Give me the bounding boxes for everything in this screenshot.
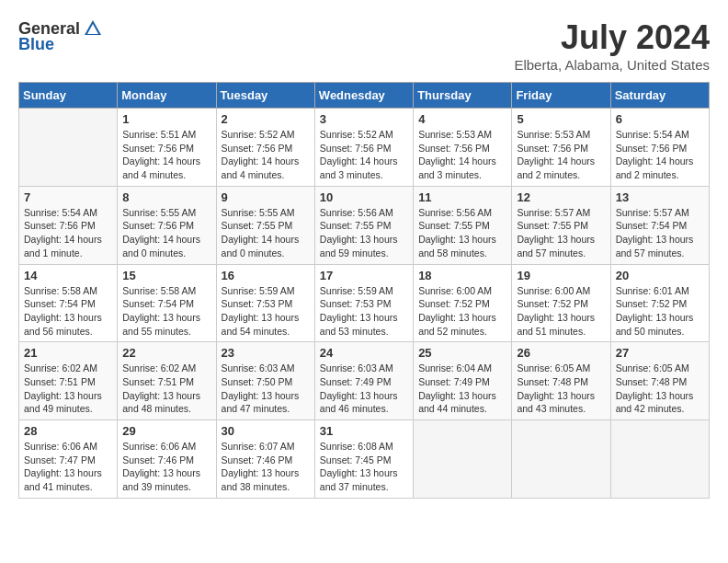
day-info-line: and 56 minutes. xyxy=(24,326,93,337)
day-info: Sunrise: 6:01 AMSunset: 7:52 PMDaylight:… xyxy=(616,284,704,339)
day-info-line: Daylight: 13 hours xyxy=(418,312,496,323)
day-info-line: and 4 minutes. xyxy=(222,169,285,180)
day-info-line: Daylight: 13 hours xyxy=(616,390,694,401)
day-info: Sunrise: 5:58 AMSunset: 7:54 PMDaylight:… xyxy=(24,284,112,339)
day-info-line: Sunset: 7:56 PM xyxy=(517,143,588,154)
day-info-line: Daylight: 13 hours xyxy=(320,390,398,401)
calendar-cell: 23Sunrise: 6:03 AMSunset: 7:50 PMDayligh… xyxy=(216,342,314,420)
day-info-line: and 47 minutes. xyxy=(222,403,290,414)
day-info-line: Sunrise: 5:52 AM xyxy=(320,129,393,140)
day-info-line: Sunrise: 6:04 AM xyxy=(418,362,492,373)
day-info-line: Sunset: 7:55 PM xyxy=(418,220,490,231)
day-number: 29 xyxy=(122,424,210,438)
calendar-cell: 1Sunrise: 5:51 AMSunset: 7:56 PMDaylight… xyxy=(118,109,216,187)
day-info-line: Sunset: 7:54 PM xyxy=(24,298,96,309)
day-info-line: Daylight: 13 hours xyxy=(418,390,496,401)
day-info-line: Sunset: 7:52 PM xyxy=(418,298,490,309)
day-info: Sunrise: 5:54 AMSunset: 7:56 PMDaylight:… xyxy=(616,128,704,182)
day-info-line: and 2 minutes. xyxy=(616,169,679,180)
day-info-line: Sunset: 7:55 PM xyxy=(320,220,392,231)
day-info-line: Sunset: 7:56 PM xyxy=(122,143,194,154)
day-info-line: and 37 minutes. xyxy=(320,481,389,492)
calendar-cell: 27Sunrise: 6:05 AMSunset: 7:48 PMDayligh… xyxy=(610,342,709,420)
calendar-cell: 4Sunrise: 5:53 AMSunset: 7:56 PMDaylight… xyxy=(414,109,512,187)
day-info-line: Daylight: 13 hours xyxy=(24,467,102,478)
day-number: 10 xyxy=(320,190,408,204)
calendar-cell xyxy=(19,109,118,187)
day-info-line: Sunrise: 6:00 AM xyxy=(418,285,492,296)
day-info-line: Sunrise: 5:55 AM xyxy=(222,207,295,218)
day-number: 18 xyxy=(418,269,506,282)
day-info-line: Daylight: 13 hours xyxy=(222,467,300,478)
calendar-cell: 29Sunrise: 6:06 AMSunset: 7:46 PMDayligh… xyxy=(118,420,216,499)
day-info-line: and 44 minutes. xyxy=(418,403,487,414)
day-info-line: Sunset: 7:46 PM xyxy=(222,454,293,465)
day-info: Sunrise: 5:55 AMSunset: 7:55 PMDaylight:… xyxy=(222,206,310,260)
day-info-line: Sunrise: 6:00 AM xyxy=(517,285,590,296)
logo-icon xyxy=(83,18,103,39)
day-info-line: Sunset: 7:49 PM xyxy=(320,376,392,387)
day-info: Sunrise: 6:03 AMSunset: 7:49 PMDaylight:… xyxy=(320,362,408,416)
day-info: Sunrise: 5:52 AMSunset: 7:56 PMDaylight:… xyxy=(222,128,310,182)
day-info-line: Daylight: 13 hours xyxy=(24,312,102,323)
day-info-line: Daylight: 14 hours xyxy=(222,234,300,245)
title-area: July 2024 Elberta, Alabama, United State… xyxy=(514,18,710,73)
day-number: 28 xyxy=(24,424,112,438)
day-info-line: and 2 minutes. xyxy=(517,169,580,180)
day-info-line: and 39 minutes. xyxy=(122,481,191,492)
day-info: Sunrise: 5:53 AMSunset: 7:56 PMDaylight:… xyxy=(517,128,605,182)
day-info: Sunrise: 6:00 AMSunset: 7:52 PMDaylight:… xyxy=(517,284,605,339)
day-info-line: Sunrise: 5:56 AM xyxy=(418,207,492,218)
day-info-line: and 43 minutes. xyxy=(517,403,586,414)
day-info-line: Sunset: 7:45 PM xyxy=(320,454,392,465)
day-info: Sunrise: 6:00 AMSunset: 7:52 PMDaylight:… xyxy=(418,284,506,339)
day-info-line: Sunrise: 6:06 AM xyxy=(122,441,196,452)
calendar-cell: 17Sunrise: 5:59 AMSunset: 7:53 PMDayligh… xyxy=(314,264,413,342)
day-info: Sunrise: 6:05 AMSunset: 7:48 PMDaylight:… xyxy=(616,362,704,416)
calendar-cell: 22Sunrise: 6:02 AMSunset: 7:51 PMDayligh… xyxy=(118,342,216,420)
day-info-line: Sunset: 7:55 PM xyxy=(222,220,293,231)
day-info-line: Sunset: 7:54 PM xyxy=(616,220,688,231)
calendar-header-sunday: Sunday xyxy=(19,83,118,109)
day-info-line: and 4 minutes. xyxy=(122,169,186,180)
day-info-line: Sunset: 7:47 PM xyxy=(24,454,96,465)
calendar-cell: 24Sunrise: 6:03 AMSunset: 7:49 PMDayligh… xyxy=(314,342,413,420)
day-number: 20 xyxy=(616,269,704,282)
day-info-line: Sunrise: 5:59 AM xyxy=(222,285,295,296)
day-info-line: and 0 minutes. xyxy=(122,247,186,259)
calendar-cell: 10Sunrise: 5:56 AMSunset: 7:55 PMDayligh… xyxy=(314,186,413,264)
logo: General Blue xyxy=(18,18,104,54)
day-info: Sunrise: 6:05 AMSunset: 7:48 PMDaylight:… xyxy=(517,362,605,416)
day-info: Sunrise: 6:06 AMSunset: 7:47 PMDaylight:… xyxy=(24,440,112,494)
day-info-line: Daylight: 13 hours xyxy=(616,312,694,323)
day-info: Sunrise: 5:51 AMSunset: 7:56 PMDaylight:… xyxy=(122,128,210,182)
day-number: 12 xyxy=(517,190,605,204)
calendar-cell: 30Sunrise: 6:07 AMSunset: 7:46 PMDayligh… xyxy=(216,420,314,499)
day-number: 6 xyxy=(616,112,704,126)
day-info-line: Daylight: 14 hours xyxy=(616,155,694,167)
calendar-header-wednesday: Wednesday xyxy=(314,83,413,109)
day-info-line: and 53 minutes. xyxy=(320,326,389,337)
day-info-line: Sunrise: 6:05 AM xyxy=(517,362,590,373)
day-info: Sunrise: 6:03 AMSunset: 7:50 PMDaylight:… xyxy=(222,362,310,416)
day-info: Sunrise: 5:57 AMSunset: 7:55 PMDaylight:… xyxy=(517,206,605,260)
calendar-header-row: SundayMondayTuesdayWednesdayThursdayFrid… xyxy=(19,83,710,109)
location: Elberta, Alabama, United States xyxy=(514,57,710,73)
calendar-cell: 19Sunrise: 6:00 AMSunset: 7:52 PMDayligh… xyxy=(512,264,610,342)
calendar-cell: 12Sunrise: 5:57 AMSunset: 7:55 PMDayligh… xyxy=(512,186,610,264)
calendar-header-friday: Friday xyxy=(512,83,610,109)
calendar-cell: 7Sunrise: 5:54 AMSunset: 7:56 PMDaylight… xyxy=(19,186,118,264)
day-info-line: Sunset: 7:55 PM xyxy=(517,220,588,231)
day-info-line: Sunset: 7:56 PM xyxy=(122,220,194,231)
day-info-line: and 55 minutes. xyxy=(122,326,191,337)
day-info: Sunrise: 5:57 AMSunset: 7:54 PMDaylight:… xyxy=(616,206,704,260)
day-info: Sunrise: 5:52 AMSunset: 7:56 PMDaylight:… xyxy=(320,128,408,182)
calendar-cell: 16Sunrise: 5:59 AMSunset: 7:53 PMDayligh… xyxy=(216,264,314,342)
day-info-line: Sunset: 7:56 PM xyxy=(320,143,392,154)
day-info-line: Daylight: 13 hours xyxy=(517,390,595,401)
day-number: 15 xyxy=(122,269,210,282)
day-info-line: and 51 minutes. xyxy=(517,326,586,337)
day-info-line: and 1 minute. xyxy=(24,247,83,259)
day-number: 9 xyxy=(222,190,310,204)
day-info-line: Daylight: 14 hours xyxy=(222,155,300,167)
